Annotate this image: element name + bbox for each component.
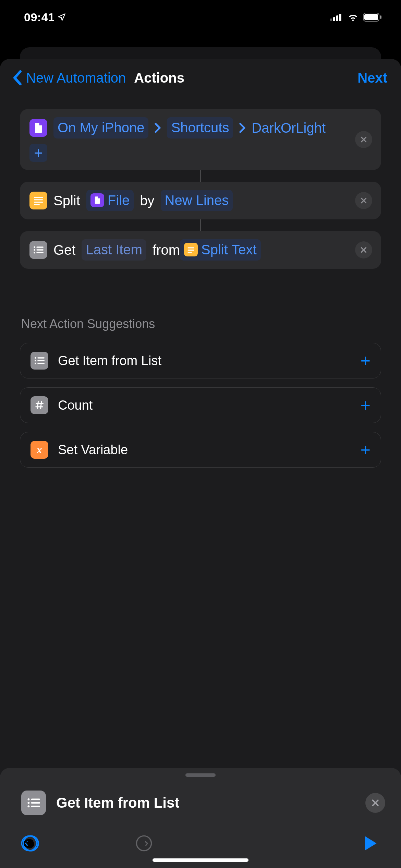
text-lines-icon [184,243,198,256]
editor-sheet: New Automation Actions Next On My iPhone… [0,59,401,868]
text-lines-icon [29,192,47,209]
svg-point-7 [34,246,35,248]
list-icon [31,352,48,370]
connector-line [200,219,201,231]
path-tail[interactable]: DarkOrLight [252,118,326,137]
suggestion-label: Set Variable [58,443,351,457]
svg-point-19 [27,798,29,800]
svg-point-15 [35,360,36,362]
get-selector-token[interactable]: Last Item [82,239,146,261]
action-verb: Split [53,191,80,210]
chevron-right-icon [155,123,161,133]
suggestion-get-item[interactable]: Get Item from List + [20,343,381,378]
suggestion-count[interactable]: Count + [20,387,381,423]
svg-rect-24 [31,806,40,807]
svg-rect-3 [339,14,341,21]
svg-point-11 [34,252,35,254]
list-icon [21,791,46,815]
svg-rect-10 [36,249,44,250]
svg-point-9 [34,249,35,251]
status-indicators [330,13,382,22]
svg-point-21 [27,802,29,804]
add-suggestion-button[interactable]: + [361,397,370,414]
suggestions-title: Next Action Suggestions [21,317,381,331]
search-panel: Get Item from List [0,768,401,868]
svg-rect-16 [37,360,45,361]
run-button[interactable] [360,833,380,854]
svg-rect-1 [333,17,335,21]
back-button[interactable]: New Automation [26,70,126,86]
suggestion-label: Count [58,398,351,413]
svg-rect-0 [330,19,332,21]
content-area: On My iPhone Shortcuts DarkOrLight + Spl… [0,97,401,868]
clock-text: 09:41 [24,11,54,24]
svg-rect-2 [336,15,338,21]
connector-line [200,170,201,182]
suggestion-label: Get Item from List [58,353,351,368]
svg-point-13 [35,357,36,359]
redo-button[interactable] [134,833,154,854]
grabber-handle[interactable] [185,773,216,777]
action-joiner: by [140,191,154,210]
svg-rect-8 [36,246,44,248]
remove-action-button[interactable] [355,131,372,148]
svg-point-17 [35,363,36,364]
svg-rect-22 [31,802,40,804]
svg-rect-20 [31,799,40,800]
editor-toolbar [0,824,401,854]
hash-icon [31,396,48,414]
svg-rect-12 [36,252,44,253]
action-verb: Get [53,240,75,260]
get-source-token[interactable]: Split Text [180,239,261,261]
svg-rect-5 [364,14,378,20]
action-card-split[interactable]: Split File by New Lines [20,182,381,219]
remove-action-button[interactable] [355,241,372,258]
remove-action-button[interactable] [355,192,372,209]
action-card-file[interactable]: On My iPhone Shortcuts DarkOrLight + [20,109,381,170]
add-suggestion-button[interactable]: + [361,441,370,458]
var-icon: x [31,441,48,459]
suggestion-set-variable[interactable]: x Set Variable + [20,432,381,468]
status-time: 09:41 [24,11,66,24]
svg-point-28 [136,836,151,851]
add-suggestion-button[interactable]: + [361,352,370,369]
battery-icon [363,13,382,22]
file-icon [29,119,47,137]
add-path-button[interactable]: + [29,144,47,162]
svg-rect-6 [380,15,381,19]
path-segment[interactable]: Shortcuts [167,117,233,138]
action-card-get-item[interactable]: Get Last Item from Split Text [20,231,381,269]
home-indicator[interactable] [153,858,248,862]
status-bar: 09:41 [0,0,401,34]
cellular-icon [330,13,343,21]
navigation-bar: New Automation Actions Next [0,59,401,97]
split-separator-token[interactable]: New Lines [161,190,233,211]
page-title: Actions [134,70,184,86]
wifi-icon [347,13,359,21]
clear-search-button[interactable] [365,793,385,813]
action-joiner: from [153,240,180,260]
chevron-right-icon [239,123,245,133]
undo-button[interactable] [21,833,41,854]
file-icon [90,193,104,207]
location-arrow-icon [57,13,66,22]
next-button[interactable]: Next [357,70,387,86]
search-input[interactable]: Get Item from List [56,795,355,811]
svg-rect-18 [37,363,45,364]
svg-rect-14 [37,357,45,358]
list-icon [29,241,47,259]
path-segment[interactable]: On My iPhone [53,117,148,138]
back-chevron-icon[interactable] [12,70,22,85]
svg-point-23 [27,805,29,807]
split-input-token[interactable]: File [86,190,134,211]
